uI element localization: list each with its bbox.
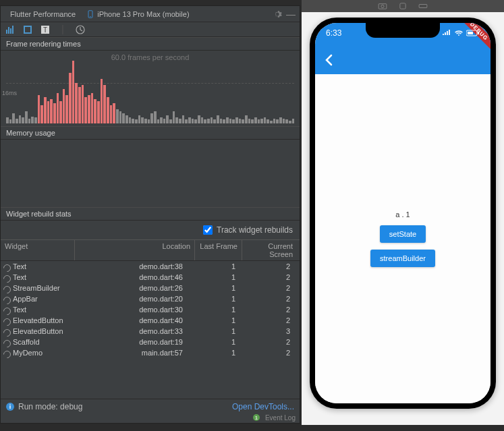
cell-location: main.dart:57 [75, 349, 195, 357]
table-row[interactable]: ElevatedButton demo.dart:40 1 2 [1, 315, 300, 326]
cell-curscreen: 2 [242, 295, 300, 303]
gear-icon[interactable] [273, 9, 282, 19]
frame-bar [166, 115, 169, 123]
cell-curscreen: 2 [242, 338, 300, 346]
table-row[interactable]: Text demo.dart:30 1 2 [1, 304, 300, 315]
table-row[interactable]: StreamBuilder demo.dart:26 1 2 [1, 283, 300, 293]
frame-bar [163, 119, 166, 124]
frame-bar [138, 115, 141, 123]
svg-rect-15 [419, 5, 427, 8]
frame-bar [82, 85, 84, 123]
device-name: iPhone 13 Pro Max (mobile) [97, 10, 189, 18]
frame-bar [267, 119, 269, 123]
cell-lastframe: 1 [195, 273, 242, 281]
text-icon[interactable]: T [40, 24, 51, 35]
frame-bar [65, 95, 68, 123]
frame-bar [9, 119, 12, 123]
frame-bar [72, 61, 75, 123]
frame-bar [44, 97, 47, 123]
perf-tab[interactable]: Flutter Performance [5, 8, 81, 20]
frame-bar [94, 99, 96, 123]
cell-lastframe: 1 [195, 327, 242, 335]
signal-icon [442, 30, 451, 36]
svg-rect-12 [379, 4, 387, 9]
col-lastframe[interactable]: Last Frame [195, 240, 242, 260]
cell-curscreen: 3 [242, 327, 300, 335]
frame-bar [132, 119, 134, 124]
clock-icon[interactable] [75, 24, 86, 35]
memory-header: Memory usage [1, 126, 300, 140]
setstate-button[interactable]: setState [380, 225, 426, 243]
cell-widget: AppBar [1, 295, 75, 303]
frame-bar [185, 119, 188, 123]
cell-curscreen: 2 [242, 284, 300, 292]
frame-bar [78, 87, 81, 123]
col-widget[interactable]: Widget [1, 240, 75, 260]
frame-bar [276, 119, 279, 123]
table-row[interactable]: Text demo.dart:38 1 2 [1, 261, 300, 272]
cell-curscreen: 2 [242, 306, 300, 314]
cell-location: demo.dart:38 [75, 262, 195, 270]
memory-chart [1, 140, 300, 207]
col-location[interactable]: Location [75, 240, 195, 260]
frame-bar [57, 93, 59, 123]
wifi-icon [454, 30, 464, 36]
frame-bar [229, 119, 232, 124]
widget-icon[interactable] [22, 24, 33, 35]
open-devtools-link[interactable]: Open DevTools... [232, 402, 294, 411]
frame-bar [204, 119, 206, 123]
frame-bar [283, 119, 285, 124]
ios-time: 6:33 [326, 28, 341, 38]
frame-bar [169, 119, 172, 123]
frame-bar [242, 119, 244, 123]
cell-lastframe: 1 [195, 316, 242, 324]
counter-label: a . 1 [395, 210, 410, 219]
cell-widget: ElevatedButton [1, 327, 75, 335]
device-selector[interactable]: iPhone 13 Pro Max (mobile) [81, 8, 194, 20]
frame-bar [220, 119, 223, 124]
track-rebuilds-checkbox[interactable] [203, 225, 213, 235]
streambuilder-button[interactable]: streamBuilder [370, 250, 435, 267]
frame-bar [150, 113, 153, 123]
event-count-badge: 1 [253, 414, 260, 421]
frame-bar [75, 83, 78, 123]
col-curscreen[interactable]: Current Screen [242, 240, 300, 260]
cell-curscreen: 2 [242, 262, 300, 270]
frame-bar [279, 117, 282, 123]
frame-bar [194, 119, 197, 123]
svg-rect-17 [468, 32, 473, 34]
frame-bar [260, 119, 263, 124]
table-row[interactable]: AppBar demo.dart:20 1 2 [1, 293, 300, 304]
perf-bars-icon[interactable] [5, 24, 16, 35]
frame-chart: 60.0 frames per second 16ms [1, 51, 300, 126]
frame-bar [63, 89, 65, 123]
frame-times-header: Frame rendering times [1, 37, 300, 51]
home-icon[interactable] [397, 3, 408, 9]
table-row[interactable]: MyDemo main.dart:57 1 2 [1, 347, 300, 358]
rebuild-toolbar: Track widget rebuilds [1, 221, 300, 239]
phone-screen: DEBUG 6:33 a . 1 setState streamBuilder [315, 23, 491, 403]
table-row[interactable]: ElevatedButton demo.dart:33 1 3 [1, 326, 300, 337]
runmode-label: Run mode: debug [18, 402, 82, 411]
table-row[interactable]: Scaffold demo.dart:19 1 2 [1, 337, 300, 347]
frame-bar [97, 101, 100, 123]
back-button[interactable] [323, 54, 335, 66]
frame-bar [135, 119, 138, 123]
more-icon[interactable] [418, 3, 428, 9]
cell-widget: ElevatedButton [1, 316, 75, 324]
frame-bar [101, 79, 103, 123]
cell-lastframe: 1 [195, 295, 242, 303]
notch [366, 23, 440, 38]
debug-banner: DEBUG [457, 23, 491, 54]
frame-bar [239, 119, 242, 124]
hide-panel-icon[interactable]: — [286, 9, 296, 20]
app-body: a . 1 setState streamBuilder [315, 74, 491, 403]
screenshot-icon[interactable] [377, 3, 388, 9]
frame-bar [198, 115, 200, 123]
table-row[interactable]: Text demo.dart:46 1 2 [1, 272, 300, 283]
frame-bar [289, 121, 291, 124]
frame-bar [91, 93, 94, 123]
frame-bar [144, 119, 147, 124]
frame-bar [50, 99, 53, 123]
event-log-link[interactable]: Event Log [265, 414, 296, 422]
